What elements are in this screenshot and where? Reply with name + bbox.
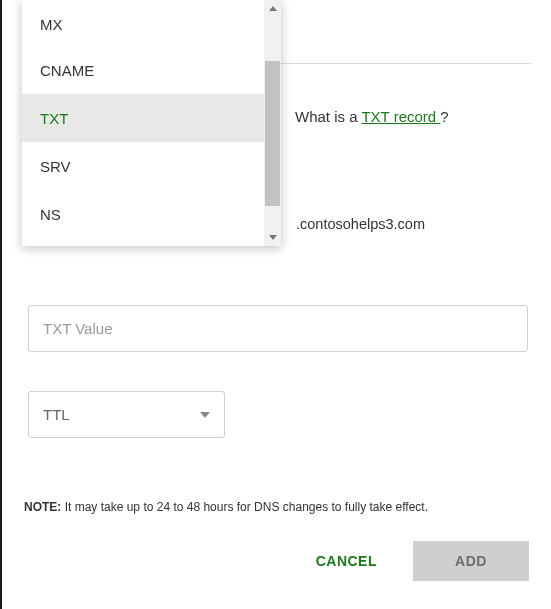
scroll-up-icon[interactable] [264,0,281,17]
scroll-down-icon[interactable] [264,229,281,246]
domain-suffix: .contosohelps3.com [296,216,425,232]
chevron-down-icon [200,412,210,418]
help-prefix: What is a [295,108,361,125]
form-actions: CANCEL ADD [312,541,529,581]
scroll-track[interactable] [264,17,281,229]
record-type-option-srv[interactable]: SRV [22,142,264,190]
ttl-select[interactable]: TTL [28,391,225,438]
txt-value-input[interactable] [28,305,528,352]
add-button[interactable]: ADD [413,541,529,581]
dropdown-scrollbar[interactable] [264,0,281,246]
record-type-option-txt[interactable]: TXT [22,94,264,142]
note-text: It may take up to 24 to 48 hours for DNS… [61,500,428,514]
record-type-option-ns[interactable]: NS [22,190,264,238]
dns-record-form: What is a TXT record ? .contosohelps3.co… [0,0,551,609]
record-help-text: What is a TXT record ? [295,108,449,125]
cancel-button[interactable]: CANCEL [312,541,381,581]
help-suffix: ? [440,108,448,125]
txt-record-help-link[interactable]: TXT record [361,108,440,125]
record-type-option-cname[interactable]: CNAME [22,46,264,94]
note-label: NOTE: [24,500,61,514]
record-type-options: MX CNAME TXT SRV NS [22,0,264,246]
record-type-option-mx[interactable]: MX [22,0,264,46]
ttl-label: TTL [43,406,70,423]
scroll-thumb[interactable] [265,61,280,206]
record-type-dropdown: MX CNAME TXT SRV NS [22,0,281,246]
dns-propagation-note: NOTE: It may take up to 24 to 48 hours f… [24,500,428,514]
